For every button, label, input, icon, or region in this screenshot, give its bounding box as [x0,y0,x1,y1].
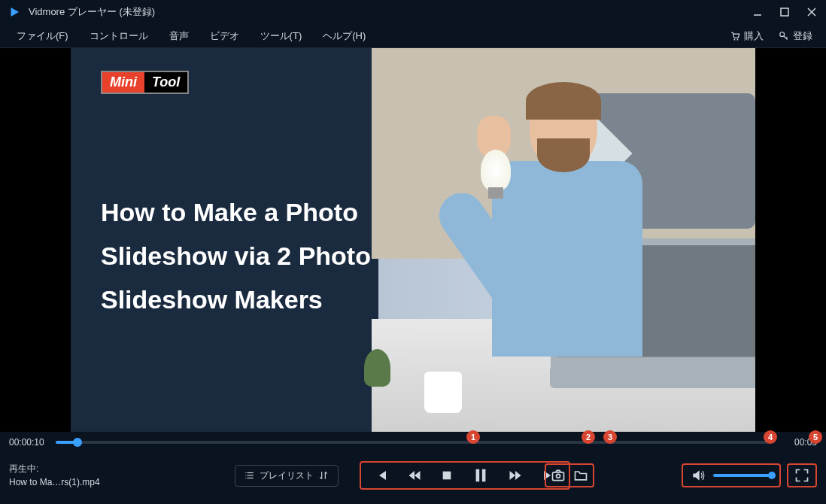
svg-point-10 [245,472,246,473]
app-logo-icon [8,5,21,19]
stop-button[interactable] [441,469,453,481]
volume-button[interactable] [691,468,706,483]
annotation-marker-1: 1 [466,430,480,444]
minitool-logo: Mini Tool [101,71,189,94]
annotation-marker-3: 3 [603,430,617,444]
svg-point-4 [734,38,736,40]
list-icon [244,470,255,481]
previous-button[interactable] [375,469,388,482]
rewind-button[interactable] [408,469,421,482]
now-playing: 再生中: How to Ma…rs(1).mp4 [9,462,159,489]
key-icon [779,31,789,41]
svg-point-11 [245,475,246,475]
titlebar: Vidmore プレーヤー (未登録) [0,0,826,24]
playlist-label: プレイリスト [260,469,314,482]
playlist-button[interactable]: プレイリスト [235,465,339,487]
svg-rect-15 [482,469,486,482]
close-button[interactable] [805,5,818,19]
sort-icon [318,470,329,481]
svg-rect-13 [443,472,451,480]
snapshot-button[interactable] [551,468,566,483]
register-label: 登録 [793,29,812,43]
capture-group [545,463,594,487]
annotation-marker-4: 4 [764,430,777,444]
open-folder-button[interactable] [573,468,588,483]
svg-point-5 [737,38,739,40]
current-time: 00:00:10 [9,437,48,448]
menu-tool[interactable]: ツール(T) [250,29,313,43]
seek-slider[interactable] [56,441,770,444]
window-title: Vidmore プレーヤー (未登録) [29,5,751,19]
transport-controls [360,461,570,490]
buy-label: 購入 [744,29,764,43]
now-playing-label: 再生中: [9,462,159,475]
menubar: ファイル(F) コントロール 音声 ビデオ ツール(T) ヘルプ(H) 購入 登… [0,24,826,48]
svg-point-12 [245,478,246,478]
volume-group [682,463,781,487]
cart-icon [730,31,740,41]
annotation-marker-5: 5 [809,430,822,444]
fullscreen-group [787,463,817,487]
register-button[interactable]: 登録 [771,29,820,43]
svg-rect-14 [476,469,480,482]
menu-file[interactable]: ファイル(F) [6,29,79,43]
video-content-title: How to Make a Photo Slideshow via 2 Phot… [101,191,417,321]
svg-point-17 [557,474,560,478]
annotation-marker-2: 2 [582,430,595,444]
now-playing-file: How to Ma…rs(1).mp4 [9,475,159,489]
pause-button[interactable] [472,467,489,484]
svg-rect-1 [781,8,788,16]
svg-point-6 [780,32,785,36]
buy-button[interactable]: 購入 [722,29,771,43]
video-frame: Mini Tool How to Make a Photo Slideshow … [71,48,755,432]
controls-row: 再生中: How to Ma…rs(1).mp4 プレイリスト [0,453,826,498]
menu-video[interactable]: ビデオ [199,29,250,43]
menu-help[interactable]: ヘルプ(H) [312,29,376,43]
menu-control[interactable]: コントロール [79,29,159,43]
menu-audio[interactable]: 音声 [159,29,199,43]
video-area[interactable]: Mini Tool How to Make a Photo Slideshow … [0,48,826,432]
svg-rect-16 [553,472,564,481]
progress-row: 00:00:10 00:05 [0,432,826,453]
maximize-button[interactable] [778,5,791,19]
forward-button[interactable] [509,469,522,482]
fullscreen-button[interactable] [794,468,809,483]
minimize-button[interactable] [751,5,764,19]
volume-slider[interactable] [713,474,772,477]
